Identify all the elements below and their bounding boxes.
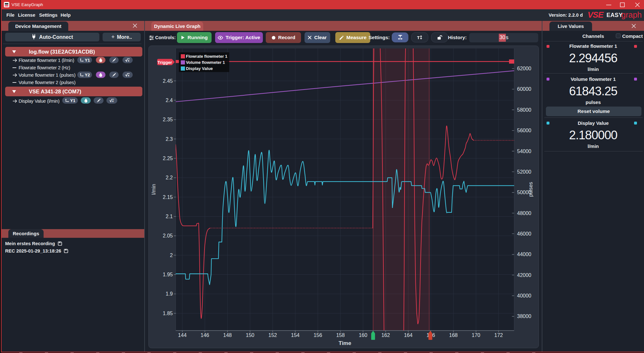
svg-text:150: 150	[246, 332, 255, 338]
svg-text:48000: 48000	[517, 211, 531, 216]
svg-text:38000: 38000	[517, 314, 531, 319]
svg-text:156: 156	[314, 332, 322, 338]
svg-text:62000: 62000	[517, 66, 531, 71]
svg-text:2.15: 2.15	[163, 194, 173, 200]
svg-text:2.45: 2.45	[163, 78, 173, 84]
svg-text:1.85: 1.85	[163, 311, 173, 316]
svg-text:1.9: 1.9	[166, 291, 173, 297]
svg-text:154: 154	[291, 332, 300, 338]
svg-text:Trigger: Trigger	[157, 60, 172, 65]
svg-text:40000: 40000	[517, 293, 531, 298]
svg-text:148: 148	[223, 332, 232, 338]
svg-text:x: x	[128, 59, 130, 62]
svg-text:158: 158	[336, 332, 345, 338]
svg-text:162: 162	[381, 332, 390, 338]
svg-text:54000: 54000	[517, 149, 531, 154]
svg-text:2.05: 2.05	[163, 233, 173, 238]
svg-text:2.25: 2.25	[163, 156, 173, 161]
svg-text:2.4: 2.4	[166, 98, 173, 103]
svg-text:56000: 56000	[517, 128, 531, 133]
svg-text:44000: 44000	[517, 252, 531, 257]
svg-text:52000: 52000	[517, 169, 531, 175]
svg-text:160: 160	[359, 332, 367, 338]
svg-text:164: 164	[404, 332, 413, 338]
svg-text:172: 172	[494, 332, 503, 338]
svg-text:146: 146	[201, 332, 209, 338]
svg-text:pulses: pulses	[528, 182, 533, 197]
svg-text:Time: Time	[339, 340, 351, 346]
svg-text:l/min: l/min	[151, 184, 156, 195]
svg-text:144: 144	[178, 332, 187, 338]
svg-text:2.35: 2.35	[163, 117, 173, 122]
svg-text:170: 170	[472, 332, 481, 338]
svg-text:2.2: 2.2	[166, 175, 173, 180]
svg-text:Volume flowmeter 1: Volume flowmeter 1	[186, 60, 225, 65]
svg-text:2: 2	[170, 253, 173, 258]
svg-text:Display Value: Display Value	[186, 66, 213, 71]
svg-text:Flowrate flowmeter 1: Flowrate flowmeter 1	[186, 54, 227, 59]
svg-text:1.95: 1.95	[163, 272, 173, 277]
svg-text:x: x	[112, 99, 114, 103]
svg-text:2.1: 2.1	[166, 214, 173, 219]
svg-text:x: x	[128, 74, 130, 77]
svg-text:60000: 60000	[517, 86, 531, 92]
svg-text:46000: 46000	[517, 231, 531, 237]
svg-text:2.3: 2.3	[166, 136, 173, 142]
svg-text:T: T	[417, 35, 420, 40]
svg-text:168: 168	[449, 332, 458, 338]
svg-text:42000: 42000	[517, 272, 531, 278]
svg-text:152: 152	[268, 332, 277, 338]
svg-text:58000: 58000	[517, 107, 531, 113]
